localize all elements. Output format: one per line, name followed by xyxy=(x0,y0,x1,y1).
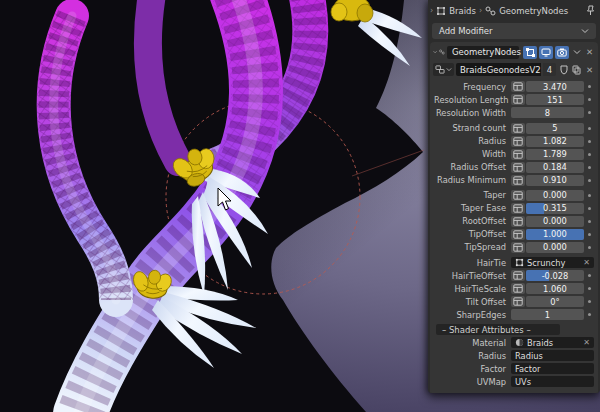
attribute-input-toggle[interactable] xyxy=(511,136,525,147)
attribute-input-toggle[interactable] xyxy=(511,81,525,92)
field-value: Factor xyxy=(515,364,540,374)
attribute-input-toggle[interactable] xyxy=(511,216,525,227)
decorator-dot[interactable] xyxy=(584,153,594,156)
number-field-resolution-length[interactable]: 151 xyxy=(526,94,584,105)
input-label: Resolution Width xyxy=(434,108,511,118)
decorator-dot[interactable] xyxy=(584,220,594,223)
material-icon xyxy=(515,338,524,347)
input-label: Tilt Offset xyxy=(434,297,511,307)
number-field-width[interactable]: 1.789 xyxy=(526,149,584,160)
field-value: Braids xyxy=(527,338,553,348)
field-value: 1.060 xyxy=(543,284,567,294)
material-field-material[interactable]: Braids✕ xyxy=(511,337,594,348)
input-label: Taper xyxy=(434,190,511,200)
edit-mode-toggle-icon[interactable] xyxy=(523,46,537,59)
number-field-strand-count[interactable]: 5 xyxy=(526,123,584,134)
decorator-dot[interactable] xyxy=(584,127,594,130)
decorator-dot[interactable] xyxy=(584,85,594,88)
modifier-name-field[interactable]: GeometryNodes xyxy=(447,46,519,59)
duplicate-icon[interactable] xyxy=(571,63,582,76)
attribute-input-toggle[interactable] xyxy=(511,149,525,160)
decorator-dot[interactable] xyxy=(584,140,594,143)
number-field-rootoffset[interactable]: 0.000 xyxy=(526,216,584,227)
scrunchy-top[interactable] xyxy=(331,0,373,22)
decorator-dot[interactable] xyxy=(584,274,594,277)
breadcrumb-object[interactable]: Braids xyxy=(449,6,476,16)
decorator-dot[interactable] xyxy=(584,194,594,197)
number-field-tipspread[interactable]: 0.000 xyxy=(526,242,584,253)
number-field-taper[interactable]: 0.000 xyxy=(526,190,584,201)
node-tree-name-field[interactable]: BraidsGeonodesV2 xyxy=(456,63,541,76)
number-field-radius[interactable]: 1.082 xyxy=(526,136,584,147)
number-field-resolution-width[interactable]: 8 xyxy=(511,107,584,118)
attribute-input-toggle[interactable] xyxy=(511,283,525,294)
number-field-tilt-offset[interactable]: 0° xyxy=(526,296,584,307)
number-field-hairtiescale[interactable]: 1.060 xyxy=(526,283,584,294)
pin-icon[interactable] xyxy=(586,5,595,16)
input-label: HairTieScale xyxy=(434,284,511,294)
node-tree-browse-button[interactable] xyxy=(433,63,454,76)
decorator-dot[interactable] xyxy=(584,233,594,236)
panel-expand-chevron-icon[interactable] xyxy=(433,49,437,55)
slider-field-tipoffset[interactable]: 1.000 xyxy=(526,229,584,240)
input-label: Frequency xyxy=(434,82,511,92)
attribute-input-toggle-icon xyxy=(513,95,523,104)
object-field-hairtie[interactable]: Scrunchy✕ xyxy=(511,257,594,268)
slider-field-hairtieoffset[interactable]: -0.028 xyxy=(526,270,584,281)
breadcrumb: › Braids › GeometryNodes xyxy=(428,0,600,21)
modifier-row-width: Width1.789 xyxy=(434,148,594,160)
geometry-nodes-icon xyxy=(439,47,445,57)
decorator-dot[interactable] xyxy=(584,287,594,290)
shader-attributes-separator-field[interactable]: – Shader Attributes – xyxy=(436,324,560,335)
string-field-radius[interactable]: Radius xyxy=(511,350,594,361)
modifier-row-tipspread: TipSpread0.000 xyxy=(434,241,594,253)
decorator-dot[interactable] xyxy=(584,166,594,169)
attribute-input-toggle[interactable] xyxy=(511,175,525,186)
attribute-input-toggle[interactable] xyxy=(511,190,525,201)
string-field-uvmap[interactable]: UVs xyxy=(511,376,594,387)
decorator-dot[interactable] xyxy=(584,313,594,316)
node-tree-users-count[interactable]: 4 xyxy=(543,63,556,76)
attribute-input-toggle[interactable] xyxy=(511,162,525,173)
modifier-row-taper-ease: Taper Ease0.315 xyxy=(434,202,594,214)
attribute-input-toggle-icon xyxy=(513,137,523,146)
modifier-row-tilt-offset: Tilt Offset0° xyxy=(434,296,594,308)
string-field-factor[interactable]: Factor xyxy=(511,363,594,374)
add-modifier-button[interactable]: Add Modifier xyxy=(432,23,596,39)
node-tree-unlink-icon[interactable]: ✕ xyxy=(584,63,595,76)
attribute-input-toggle[interactable] xyxy=(511,203,525,214)
input-label: Radius Offset xyxy=(434,162,511,172)
attribute-input-toggle[interactable] xyxy=(511,123,525,134)
modifier-close-icon[interactable]: ✕ xyxy=(584,46,595,59)
number-field-radius-minimum[interactable]: 0.910 xyxy=(526,175,584,186)
attribute-input-toggle[interactable] xyxy=(511,296,525,307)
clear-icon[interactable]: ✕ xyxy=(583,339,590,347)
field-value: 3.470 xyxy=(543,82,567,92)
decorator-dot[interactable] xyxy=(584,98,594,101)
input-label: UVMap xyxy=(434,377,511,387)
decorator-dot[interactable] xyxy=(584,246,594,249)
number-field-sharpedges[interactable]: 1 xyxy=(511,309,584,320)
fake-user-shield-icon[interactable] xyxy=(558,63,569,76)
attribute-input-toggle[interactable] xyxy=(511,229,525,240)
attribute-input-toggle[interactable] xyxy=(511,242,525,253)
modifier-row-frequency: Frequency3.470 xyxy=(434,81,594,93)
attribute-input-toggle[interactable] xyxy=(511,94,525,105)
slider-field-taper-ease[interactable]: 0.315 xyxy=(526,203,584,214)
realtime-display-icon[interactable] xyxy=(539,46,553,59)
render-display-icon[interactable] xyxy=(555,46,569,59)
decorator-dot[interactable] xyxy=(584,207,594,210)
breadcrumb-modifier[interactable]: GeometryNodes xyxy=(499,6,568,16)
field-value: 5 xyxy=(552,123,557,133)
number-field-radius-offset[interactable]: 0.184 xyxy=(526,162,584,173)
geometry-nodes-icon xyxy=(485,6,496,16)
modifier-extras-chevron-icon[interactable] xyxy=(571,46,582,59)
clear-icon[interactable]: ✕ xyxy=(583,259,590,267)
attribute-input-toggle[interactable] xyxy=(511,270,525,281)
field-value: 0° xyxy=(550,297,559,307)
decorator-dot[interactable] xyxy=(584,111,594,114)
number-field-frequency[interactable]: 3.470 xyxy=(526,81,584,92)
decorator-dot[interactable] xyxy=(584,300,594,303)
decorator-dot[interactable] xyxy=(584,179,594,182)
breadcrumb-expand-icon[interactable]: › xyxy=(430,6,433,15)
